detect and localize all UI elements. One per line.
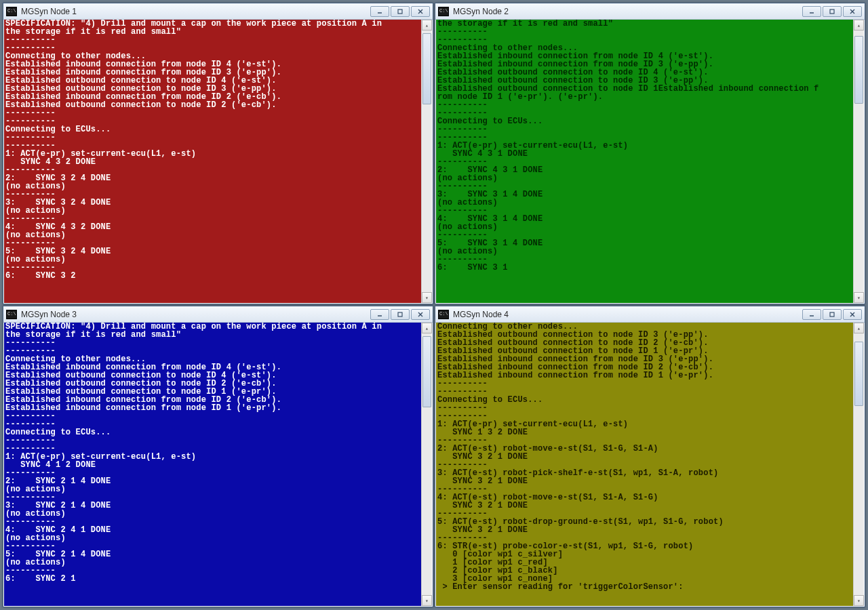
window-controls — [802, 6, 862, 17]
scroll-up-button[interactable]: ▴ — [422, 323, 432, 333]
close-button[interactable] — [843, 309, 862, 320]
window-node1: MGSyn Node 1 SPECIFICATION: "4) Drill an… — [3, 3, 433, 304]
scroll-thumb[interactable] — [854, 36, 863, 104]
window-grid: MGSyn Node 1 SPECIFICATION: "4) Drill an… — [0, 0, 868, 610]
scroll-thumb[interactable] — [422, 336, 431, 407]
titlebar-node3[interactable]: MGSyn Node 3 — [3, 306, 433, 323]
minimize-button[interactable] — [370, 6, 389, 17]
svg-rect-9 — [398, 312, 402, 317]
minimize-button[interactable] — [802, 6, 821, 17]
window-title: MGSyn Node 2 — [453, 7, 802, 16]
maximize-button[interactable] — [391, 309, 410, 320]
scrollbar[interactable]: ▴ ▾ — [421, 323, 432, 606]
console-node2: the storage if it is red and small" ----… — [435, 20, 865, 304]
scrollbar[interactable]: ▴ ▾ — [421, 20, 432, 303]
svg-rect-5 — [830, 9, 834, 14]
scroll-up-button[interactable]: ▴ — [854, 323, 864, 333]
console-node3: SPECIFICATION: "4) Drill and mount a cap… — [3, 323, 433, 607]
window-title: MGSyn Node 1 — [21, 7, 370, 16]
console-output: Connecting to other nodes... Established… — [436, 323, 853, 606]
minimize-button[interactable] — [370, 309, 389, 320]
scroll-down-button[interactable]: ▾ — [422, 292, 432, 303]
scroll-track[interactable] — [854, 30, 864, 292]
window-node3: MGSyn Node 3 SPECIFICATION: "4) Drill an… — [3, 306, 433, 607]
console-output: SPECIFICATION: "4) Drill and mount a cap… — [4, 20, 421, 303]
window-controls — [370, 309, 430, 320]
console-output: the storage if it is red and small" ----… — [436, 20, 853, 303]
close-button[interactable] — [843, 6, 862, 17]
scroll-track[interactable] — [422, 30, 432, 292]
console-node4: Connecting to other nodes... Established… — [435, 323, 865, 607]
svg-rect-13 — [830, 312, 834, 317]
close-button[interactable] — [411, 6, 430, 17]
minimize-button[interactable] — [802, 309, 821, 320]
scrollbar[interactable]: ▴ ▾ — [853, 20, 864, 303]
window-controls — [370, 6, 430, 17]
scroll-track[interactable] — [854, 333, 864, 595]
scroll-up-button[interactable]: ▴ — [422, 20, 432, 30]
cmd-icon — [6, 7, 17, 16]
window-node2: MGSyn Node 2 the storage if it is red an… — [435, 3, 865, 304]
scroll-down-button[interactable]: ▾ — [854, 292, 864, 303]
close-button[interactable] — [411, 309, 430, 320]
maximize-button[interactable] — [391, 6, 410, 17]
scroll-track[interactable] — [422, 333, 432, 595]
window-controls — [802, 309, 862, 320]
cmd-icon — [438, 310, 449, 319]
titlebar-node1[interactable]: MGSyn Node 1 — [3, 3, 433, 20]
maximize-button[interactable] — [823, 6, 842, 17]
console-node1: SPECIFICATION: "4) Drill and mount a cap… — [3, 20, 433, 304]
window-title: MGSyn Node 4 — [453, 310, 802, 319]
window-node4: MGSyn Node 4 Connecting to other nodes..… — [435, 306, 865, 607]
svg-rect-1 — [398, 9, 402, 14]
cmd-icon — [6, 310, 17, 319]
scrollbar[interactable]: ▴ ▾ — [853, 323, 864, 606]
scroll-down-button[interactable]: ▾ — [422, 595, 432, 606]
window-title: MGSyn Node 3 — [21, 310, 370, 319]
titlebar-node4[interactable]: MGSyn Node 4 — [435, 306, 865, 323]
titlebar-node2[interactable]: MGSyn Node 2 — [435, 3, 865, 20]
maximize-button[interactable] — [823, 309, 842, 320]
scroll-thumb[interactable] — [422, 33, 431, 104]
scroll-thumb[interactable] — [854, 342, 863, 406]
scroll-down-button[interactable]: ▾ — [854, 595, 864, 606]
console-output: SPECIFICATION: "4) Drill and mount a cap… — [4, 323, 421, 606]
scroll-up-button[interactable]: ▴ — [854, 20, 864, 30]
cmd-icon — [438, 7, 449, 16]
